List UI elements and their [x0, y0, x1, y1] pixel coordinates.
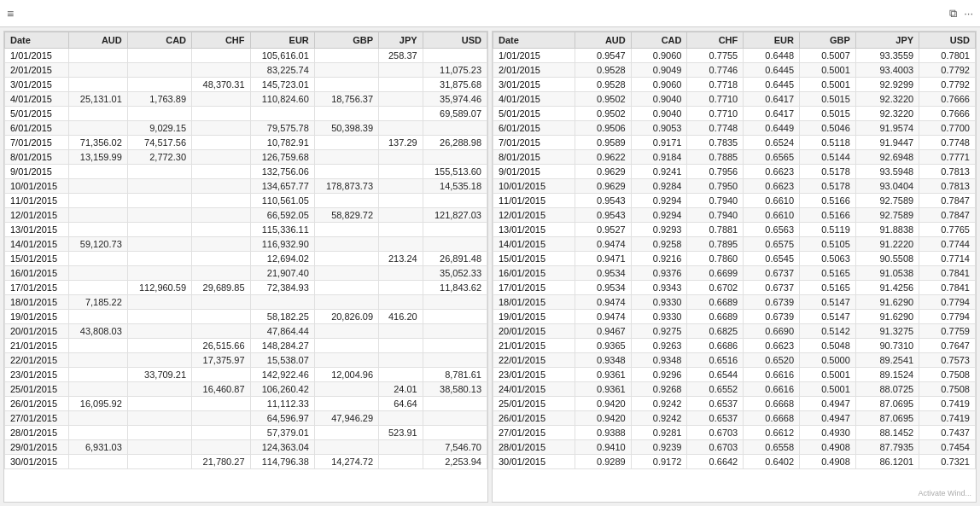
rate-cell: 0.7666 [919, 107, 976, 121]
restore-icon[interactable]: ⧉ [949, 7, 957, 20]
value-cell: 416.20 [379, 310, 423, 324]
table-row: 26/01/201516,095.9211,112.3364.64 [5, 397, 487, 411]
value-cell [314, 165, 378, 179]
value-cell: 26,891.48 [423, 252, 487, 266]
left-table-wrapper[interactable]: DateAUDCADCHFEURGBPJPYUSD 1/01/2015105,6… [4, 32, 487, 502]
value-cell: 137.29 [379, 136, 423, 150]
value-cell: 6,931.03 [69, 440, 128, 455]
table-row: 21/01/20150.93650.92630.66860.66230.5048… [493, 339, 976, 353]
value-cell [127, 339, 191, 353]
rate-cell: 0.9275 [631, 324, 687, 339]
value-cell [314, 194, 378, 208]
more-icon[interactable]: ··· [964, 7, 973, 20]
rate-cell: 0.7765 [919, 223, 976, 237]
date-cell: 3/01/2015 [5, 78, 69, 92]
rate-cell: 0.9410 [575, 440, 631, 455]
value-cell [192, 295, 251, 310]
value-cell [379, 107, 423, 121]
rate-cell: 0.6558 [744, 440, 800, 455]
rate-cell: 0.7759 [919, 324, 976, 339]
value-cell [379, 63, 423, 78]
value-cell: 8,781.61 [423, 368, 487, 382]
value-cell [69, 107, 128, 121]
rate-cell: 0.6737 [744, 281, 800, 295]
value-cell: 110,824.60 [250, 92, 314, 107]
left-col-header: Date [5, 32, 69, 49]
rate-cell: 0.6417 [744, 107, 800, 121]
value-cell: 10,782.91 [250, 136, 314, 150]
value-cell [192, 179, 251, 194]
value-cell [423, 223, 487, 237]
table-row: 26/01/20150.94200.92420.65370.66680.4947… [493, 411, 976, 426]
date-cell: 29/01/2015 [5, 440, 69, 455]
value-cell [127, 310, 191, 324]
rate-cell: 0.9330 [631, 295, 687, 310]
date-cell: 6/01/2015 [5, 121, 69, 136]
table-row: 13/01/2015115,336.11 [5, 223, 487, 237]
rate-cell: 0.7956 [687, 165, 744, 179]
rate-cell: 0.6575 [744, 237, 800, 252]
value-cell: 16,460.87 [192, 382, 251, 397]
value-cell [379, 121, 423, 136]
right-col-header: EUR [744, 32, 800, 49]
rate-cell: 0.5178 [800, 165, 856, 179]
rate-cell: 0.6825 [687, 324, 744, 339]
value-cell: 66,592.05 [250, 208, 314, 223]
value-cell [192, 194, 251, 208]
rate-cell: 0.7321 [919, 455, 976, 469]
table-row: 14/01/20150.94740.92580.78950.65750.5105… [493, 237, 976, 252]
rate-cell: 92.7589 [855, 208, 919, 223]
value-cell [423, 353, 487, 368]
table-row: 16/01/20150.95340.93760.66990.67370.5165… [493, 266, 976, 281]
date-cell: 12/01/2015 [5, 208, 69, 223]
table-row: 4/01/201525,131.011,763.89110,824.6018,7… [5, 92, 487, 107]
value-cell [127, 179, 191, 194]
date-cell: 1/01/2015 [5, 49, 69, 63]
value-cell [192, 208, 251, 223]
value-cell [192, 411, 251, 426]
table-row: 17/01/20150.95340.93430.67020.67370.5165… [493, 281, 976, 295]
value-cell: 11,112.33 [250, 397, 314, 411]
rate-cell: 0.7666 [919, 92, 976, 107]
value-cell: 47,946.29 [314, 411, 378, 426]
value-cell: 35,052.33 [423, 266, 487, 281]
right-table-wrapper[interactable]: DateAUDCADCHFEURGBPJPYUSD 1/01/20150.954… [493, 32, 976, 502]
table-row: 30/01/20150.92890.91720.66420.64020.4908… [493, 455, 976, 469]
value-cell [192, 368, 251, 382]
rate-cell: 0.9534 [575, 266, 631, 281]
rate-cell: 0.6520 [744, 353, 800, 368]
date-cell: 28/01/2015 [5, 426, 69, 440]
table-row: 15/01/201512,694.02213.2426,891.48 [5, 252, 487, 266]
rate-cell: 0.9258 [631, 237, 687, 252]
value-cell: 12,004.96 [314, 368, 378, 382]
value-cell [127, 49, 191, 63]
value-cell [379, 165, 423, 179]
value-cell [379, 281, 423, 295]
left-col-header: AUD [69, 32, 128, 49]
date-cell: 16/01/2015 [5, 266, 69, 281]
rate-cell: 91.9574 [855, 121, 919, 136]
value-cell: 178,873.73 [314, 179, 378, 194]
value-cell: 83,225.74 [250, 63, 314, 78]
rate-cell: 0.9294 [631, 194, 687, 208]
rate-cell: 0.6689 [687, 310, 744, 324]
table-row: 1/01/20150.95470.90600.77550.64480.50079… [493, 49, 976, 63]
rate-cell: 0.5147 [800, 295, 856, 310]
value-cell [69, 281, 128, 295]
rate-cell: 92.7589 [855, 194, 919, 208]
date-cell: 8/01/2015 [493, 150, 575, 165]
rate-cell: 0.5001 [800, 368, 856, 382]
value-cell [127, 411, 191, 426]
value-cell: 21,907.40 [250, 266, 314, 281]
hamburger-icon[interactable]: ≡ [7, 7, 14, 20]
value-cell [69, 266, 128, 281]
rate-cell: 0.9502 [575, 107, 631, 121]
rate-cell: 0.5001 [800, 63, 856, 78]
value-cell [127, 78, 191, 92]
table-row: 15/01/20150.94710.92160.78600.65450.5063… [493, 252, 976, 266]
rate-cell: 0.9474 [575, 310, 631, 324]
table-row: 6/01/20150.95060.90530.77480.64490.50469… [493, 121, 976, 136]
rate-cell: 91.6290 [855, 310, 919, 324]
value-cell [379, 78, 423, 92]
value-cell [379, 324, 423, 339]
